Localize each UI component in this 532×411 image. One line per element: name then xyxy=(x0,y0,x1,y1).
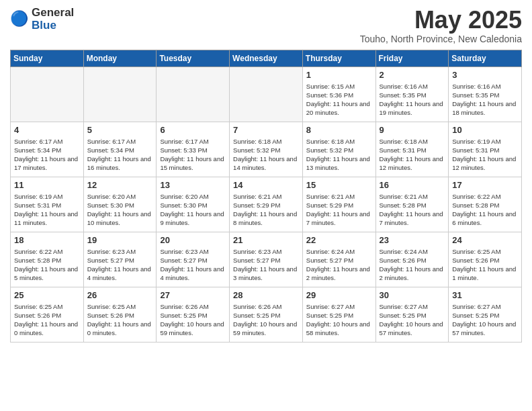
calendar-cell: 15Sunrise: 6:21 AMSunset: 5:29 PMDayligh… xyxy=(302,177,375,232)
weekday-header: Thursday xyxy=(302,50,375,66)
calendar-cell: 14Sunrise: 6:21 AMSunset: 5:29 PMDayligh… xyxy=(230,177,303,232)
logo: 🔵 General Blue xyxy=(10,7,74,32)
weekday-header: Saturday xyxy=(449,50,522,66)
logo-general: General xyxy=(32,7,74,19)
day-number: 16 xyxy=(380,180,445,190)
calendar-cell: 31Sunrise: 6:27 AMSunset: 5:25 PMDayligh… xyxy=(449,287,522,342)
day-info: Sunrise: 6:23 AMSunset: 5:27 PMDaylight:… xyxy=(160,247,226,283)
day-info: Sunrise: 6:20 AMSunset: 5:30 PMDaylight:… xyxy=(160,192,226,228)
day-info: Sunrise: 6:25 AMSunset: 5:26 PMDaylight:… xyxy=(87,302,153,338)
day-number: 31 xyxy=(452,290,518,300)
day-number: 20 xyxy=(160,235,226,245)
calendar-cell xyxy=(157,66,230,122)
day-number: 8 xyxy=(306,125,372,135)
calendar-cell: 28Sunrise: 6:26 AMSunset: 5:25 PMDayligh… xyxy=(230,287,303,342)
day-number: 12 xyxy=(87,180,153,190)
day-number: 18 xyxy=(14,235,80,245)
calendar-cell: 19Sunrise: 6:23 AMSunset: 5:27 PMDayligh… xyxy=(83,232,157,287)
day-info: Sunrise: 6:18 AMSunset: 5:32 PMDaylight:… xyxy=(233,137,299,173)
weekday-header: Friday xyxy=(375,50,449,66)
calendar-week-row: 1Sunrise: 6:15 AMSunset: 5:36 PMDaylight… xyxy=(11,66,522,122)
day-info: Sunrise: 6:21 AMSunset: 5:29 PMDaylight:… xyxy=(233,192,299,228)
day-info: Sunrise: 6:15 AMSunset: 5:36 PMDaylight:… xyxy=(306,82,372,118)
day-info: Sunrise: 6:26 AMSunset: 5:25 PMDaylight:… xyxy=(160,302,226,338)
day-number: 7 xyxy=(233,125,299,135)
day-info: Sunrise: 6:27 AMSunset: 5:25 PMDaylight:… xyxy=(306,302,372,338)
day-info: Sunrise: 6:27 AMSunset: 5:25 PMDaylight:… xyxy=(380,302,445,338)
day-number: 23 xyxy=(380,235,445,245)
day-number: 4 xyxy=(14,125,80,135)
day-number: 21 xyxy=(233,235,299,245)
calendar-cell: 6Sunrise: 6:17 AMSunset: 5:33 PMDaylight… xyxy=(157,122,230,177)
calendar-cell: 23Sunrise: 6:24 AMSunset: 5:26 PMDayligh… xyxy=(375,232,449,287)
day-info: Sunrise: 6:23 AMSunset: 5:27 PMDaylight:… xyxy=(87,247,153,283)
page-header: 🔵 General Blue May 2025 Touho, North Pro… xyxy=(10,7,522,44)
day-info: Sunrise: 6:24 AMSunset: 5:27 PMDaylight:… xyxy=(306,247,372,283)
logo-icon: 🔵 xyxy=(10,10,29,29)
day-number: 30 xyxy=(380,290,445,300)
calendar-cell: 13Sunrise: 6:20 AMSunset: 5:30 PMDayligh… xyxy=(157,177,230,232)
calendar-cell: 1Sunrise: 6:15 AMSunset: 5:36 PMDaylight… xyxy=(302,66,375,122)
calendar-cell xyxy=(83,66,157,122)
calendar-cell: 22Sunrise: 6:24 AMSunset: 5:27 PMDayligh… xyxy=(302,232,375,287)
calendar-week-row: 18Sunrise: 6:22 AMSunset: 5:28 PMDayligh… xyxy=(11,232,522,287)
day-info: Sunrise: 6:25 AMSunset: 5:26 PMDaylight:… xyxy=(14,302,80,338)
calendar-cell: 16Sunrise: 6:21 AMSunset: 5:28 PMDayligh… xyxy=(375,177,449,232)
day-info: Sunrise: 6:16 AMSunset: 5:35 PMDaylight:… xyxy=(452,82,518,118)
day-info: Sunrise: 6:22 AMSunset: 5:28 PMDaylight:… xyxy=(14,247,80,283)
day-number: 29 xyxy=(306,290,372,300)
calendar-cell: 25Sunrise: 6:25 AMSunset: 5:26 PMDayligh… xyxy=(11,287,84,342)
day-number: 26 xyxy=(87,290,153,300)
day-number: 17 xyxy=(452,180,518,190)
day-number: 2 xyxy=(380,70,445,80)
logo-blue: Blue xyxy=(32,19,74,32)
day-number: 28 xyxy=(233,290,299,300)
day-info: Sunrise: 6:17 AMSunset: 5:34 PMDaylight:… xyxy=(87,137,153,173)
calendar-week-row: 4Sunrise: 6:17 AMSunset: 5:34 PMDaylight… xyxy=(11,122,522,177)
calendar-cell: 27Sunrise: 6:26 AMSunset: 5:25 PMDayligh… xyxy=(157,287,230,342)
calendar-cell: 20Sunrise: 6:23 AMSunset: 5:27 PMDayligh… xyxy=(157,232,230,287)
day-info: Sunrise: 6:21 AMSunset: 5:28 PMDaylight:… xyxy=(380,192,445,228)
day-number: 14 xyxy=(233,180,299,190)
day-info: Sunrise: 6:26 AMSunset: 5:25 PMDaylight:… xyxy=(233,302,299,338)
day-number: 5 xyxy=(87,125,153,135)
location-subtitle: Touho, North Province, New Caledonia xyxy=(360,34,522,44)
calendar-table: SundayMondayTuesdayWednesdayThursdayFrid… xyxy=(10,50,522,342)
day-number: 10 xyxy=(452,125,518,135)
calendar-cell xyxy=(11,66,84,122)
calendar-cell: 17Sunrise: 6:22 AMSunset: 5:28 PMDayligh… xyxy=(449,177,522,232)
day-number: 15 xyxy=(306,180,372,190)
calendar-cell: 26Sunrise: 6:25 AMSunset: 5:26 PMDayligh… xyxy=(83,287,157,342)
day-number: 13 xyxy=(160,180,226,190)
calendar-cell: 12Sunrise: 6:20 AMSunset: 5:30 PMDayligh… xyxy=(83,177,157,232)
calendar-cell: 10Sunrise: 6:19 AMSunset: 5:31 PMDayligh… xyxy=(449,122,522,177)
weekday-header: Monday xyxy=(83,50,157,66)
calendar-cell: 8Sunrise: 6:18 AMSunset: 5:32 PMDaylight… xyxy=(302,122,375,177)
calendar-cell: 4Sunrise: 6:17 AMSunset: 5:34 PMDaylight… xyxy=(11,122,84,177)
day-info: Sunrise: 6:19 AMSunset: 5:31 PMDaylight:… xyxy=(452,137,518,173)
title-block: May 2025 Touho, North Province, New Cale… xyxy=(360,7,522,44)
day-number: 24 xyxy=(452,235,518,245)
svg-text:🔵: 🔵 xyxy=(10,10,29,28)
day-number: 3 xyxy=(452,70,518,80)
day-info: Sunrise: 6:21 AMSunset: 5:29 PMDaylight:… xyxy=(306,192,372,228)
weekday-header: Tuesday xyxy=(157,50,230,66)
calendar-cell: 7Sunrise: 6:18 AMSunset: 5:32 PMDaylight… xyxy=(230,122,303,177)
day-info: Sunrise: 6:18 AMSunset: 5:31 PMDaylight:… xyxy=(380,137,445,173)
weekday-header: Sunday xyxy=(11,50,84,66)
weekday-header: Wednesday xyxy=(230,50,303,66)
day-number: 19 xyxy=(87,235,153,245)
day-info: Sunrise: 6:17 AMSunset: 5:33 PMDaylight:… xyxy=(160,137,226,173)
day-info: Sunrise: 6:27 AMSunset: 5:25 PMDaylight:… xyxy=(452,302,518,338)
day-number: 27 xyxy=(160,290,226,300)
calendar-cell: 18Sunrise: 6:22 AMSunset: 5:28 PMDayligh… xyxy=(11,232,84,287)
calendar-cell: 9Sunrise: 6:18 AMSunset: 5:31 PMDaylight… xyxy=(375,122,449,177)
calendar-cell: 11Sunrise: 6:19 AMSunset: 5:31 PMDayligh… xyxy=(11,177,84,232)
day-number: 22 xyxy=(306,235,372,245)
day-info: Sunrise: 6:24 AMSunset: 5:26 PMDaylight:… xyxy=(380,247,445,283)
day-number: 25 xyxy=(14,290,80,300)
calendar-week-row: 11Sunrise: 6:19 AMSunset: 5:31 PMDayligh… xyxy=(11,177,522,232)
day-info: Sunrise: 6:18 AMSunset: 5:32 PMDaylight:… xyxy=(306,137,372,173)
day-info: Sunrise: 6:20 AMSunset: 5:30 PMDaylight:… xyxy=(87,192,153,228)
calendar-week-row: 25Sunrise: 6:25 AMSunset: 5:26 PMDayligh… xyxy=(11,287,522,342)
